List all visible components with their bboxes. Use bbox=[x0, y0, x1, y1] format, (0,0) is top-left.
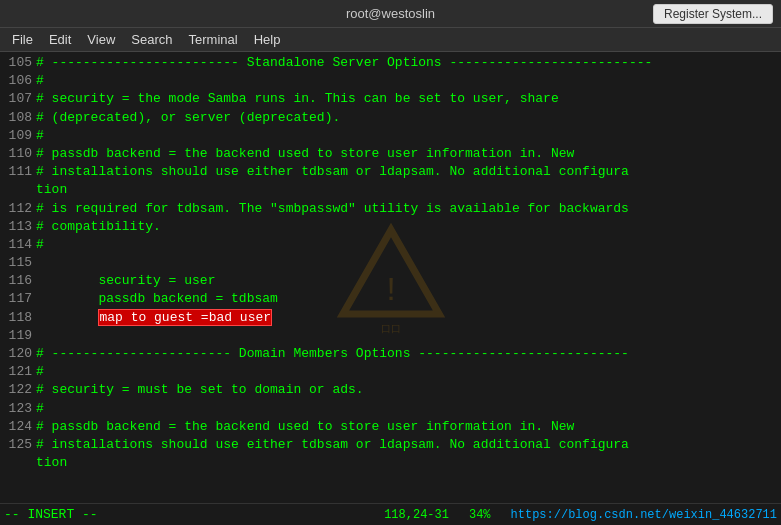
terminal-line: 121 # bbox=[4, 363, 777, 381]
menu-bar: File Edit View Search Terminal Help bbox=[0, 28, 781, 52]
menu-view[interactable]: View bbox=[79, 28, 123, 51]
register-button[interactable]: Register System... bbox=[653, 4, 773, 24]
terminal-line: 107 # security = the mode Samba runs in.… bbox=[4, 90, 777, 108]
terminal-line: 122 # security = must be set to domain o… bbox=[4, 381, 777, 399]
scroll-percent: 34% bbox=[469, 508, 491, 522]
terminal-line: 106 # bbox=[4, 72, 777, 90]
title-bar-right: Register System... bbox=[581, 4, 781, 24]
window-title: root@westoslin bbox=[200, 6, 581, 21]
terminal-line: 109 # bbox=[4, 127, 777, 145]
cursor-position: 118,24-31 bbox=[384, 508, 449, 522]
terminal-line: 117 passdb backend = tdbsam bbox=[4, 290, 777, 308]
editor-mode: -- INSERT -- bbox=[4, 507, 98, 522]
terminal-line: 116 security = user bbox=[4, 272, 777, 290]
terminal-line: 112 # is required for tdbsam. The "smbpa… bbox=[4, 200, 777, 218]
terminal-line: 114 # bbox=[4, 236, 777, 254]
terminal-line: 115 bbox=[4, 254, 777, 272]
terminal-content: ! 口口 105 # ------------------------ Stan… bbox=[0, 52, 781, 503]
terminal-line: 108 # (deprecated), or server (deprecate… bbox=[4, 109, 777, 127]
terminal-line-highlighted: 118 map to guest =bad user bbox=[4, 309, 777, 327]
status-right: 118,24-31 34% https://blog.csdn.net/weix… bbox=[384, 508, 777, 522]
terminal-line: 119 bbox=[4, 327, 777, 345]
terminal-line-wrap: tion bbox=[4, 454, 777, 472]
menu-file[interactable]: File bbox=[4, 28, 41, 51]
terminal-line: 110 # passdb backend = the backend used … bbox=[4, 145, 777, 163]
highlighted-text: map to guest =bad user bbox=[98, 309, 272, 326]
terminal-line: 105 # ------------------------ Standalon… bbox=[4, 54, 777, 72]
blog-url[interactable]: https://blog.csdn.net/weixin_44632711 bbox=[511, 508, 777, 522]
terminal-line-wrap: tion bbox=[4, 181, 777, 199]
title-bar: root@westoslin Register System... bbox=[0, 0, 781, 28]
terminal-line: 124 # passdb backend = the backend used … bbox=[4, 418, 777, 436]
menu-edit[interactable]: Edit bbox=[41, 28, 79, 51]
terminal-line: 120 # ----------------------- Domain Mem… bbox=[4, 345, 777, 363]
menu-search[interactable]: Search bbox=[123, 28, 180, 51]
terminal-line: 125 # installations should use either td… bbox=[4, 436, 777, 454]
menu-terminal[interactable]: Terminal bbox=[181, 28, 246, 51]
status-bar: -- INSERT -- 118,24-31 34% https://blog.… bbox=[0, 503, 781, 525]
terminal-line: 123 # bbox=[4, 400, 777, 418]
menu-help[interactable]: Help bbox=[246, 28, 289, 51]
terminal-line: 111 # installations should use either td… bbox=[4, 163, 777, 181]
terminal-line: 113 # compatibility. bbox=[4, 218, 777, 236]
